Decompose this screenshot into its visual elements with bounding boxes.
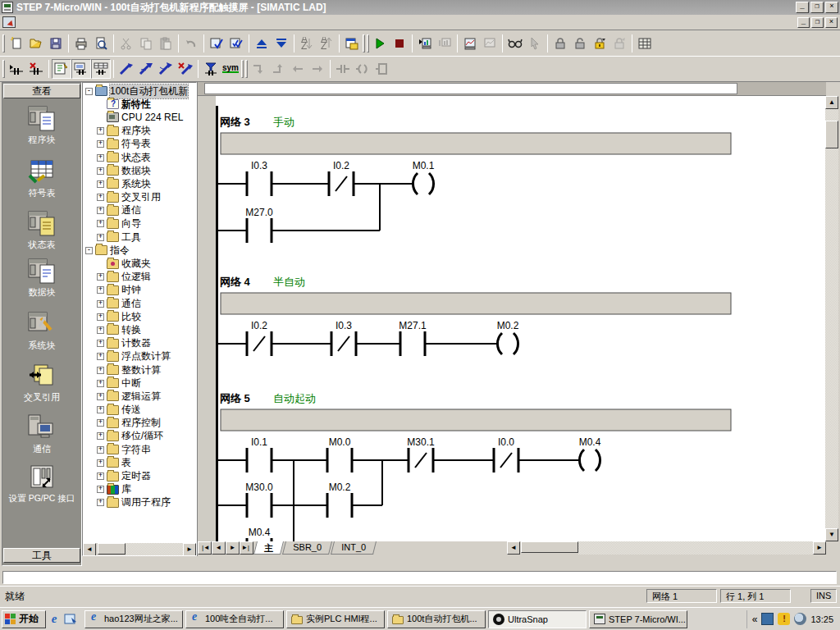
mdi-minimize-button[interactable]: _ xyxy=(797,17,810,28)
goto-up-button[interactable] xyxy=(268,59,288,79)
pause-chart-status-button[interactable] xyxy=(480,34,500,53)
tree-item[interactable]: + 交叉引用 xyxy=(85,191,196,204)
goto-down-button[interactable] xyxy=(249,59,268,79)
print-preview-button[interactable] xyxy=(91,34,111,53)
tree-item[interactable]: + 工具 xyxy=(85,231,196,244)
network-name[interactable]: 自动起动 xyxy=(273,392,316,404)
lock-button[interactable] xyxy=(550,34,570,53)
sidebar-item-system-block[interactable]: 系统块 xyxy=(2,310,81,352)
operand-label[interactable]: I0.1 xyxy=(251,436,267,448)
operand-label[interactable]: I0.2 xyxy=(251,320,267,331)
tree-expand-box[interactable]: + xyxy=(97,393,104,400)
sidebar-item-set-pg-pc[interactable]: 设置 PG/PC 接口 xyxy=(2,463,81,504)
close-button[interactable]: × xyxy=(825,2,838,13)
network-comment-box[interactable] xyxy=(221,293,731,314)
tab-main[interactable]: 主 xyxy=(253,541,284,555)
tree-expand-box[interactable]: + xyxy=(97,154,104,162)
download-button[interactable] xyxy=(272,34,291,53)
tab-scroll-last[interactable]: ►| xyxy=(240,541,253,555)
tree-expand-box[interactable]: + xyxy=(97,313,104,321)
tree-expand-box[interactable]: + xyxy=(97,472,104,480)
goto-left-button[interactable] xyxy=(288,59,308,79)
menu-item[interactable] xyxy=(19,21,30,24)
contact-element-button[interactable] xyxy=(333,59,353,79)
network-filter-button[interactable] xyxy=(201,59,221,79)
taskbar-window-button[interactable]: UltraSnap xyxy=(488,610,587,628)
tools-bar-header[interactable]: 工具 xyxy=(3,548,80,563)
operand-label[interactable]: M0.0 xyxy=(329,436,351,448)
tree-expand-box[interactable]: + xyxy=(97,459,104,467)
ladder-canvas[interactable]: 网络 3 手动 I0.3 I0.2 M0.1 M27.0 网络 4 半自动 xyxy=(198,96,826,541)
tab-scroll-next[interactable]: ► xyxy=(226,541,240,555)
tree-item[interactable]: + 时钟 xyxy=(85,284,196,297)
tree-item[interactable]: 收藏夹 xyxy=(85,257,196,270)
editor-horizontal-scrollbar[interactable]: ◄ ► xyxy=(507,541,826,555)
tree-expand-box[interactable]: + xyxy=(97,406,104,413)
delete-network-button[interactable] xyxy=(26,59,46,79)
operand-label[interactable]: M0.2 xyxy=(329,482,351,493)
operand-label[interactable]: M27.0 xyxy=(245,207,273,218)
browser-shortcut-icon[interactable] xyxy=(62,611,79,628)
menu-item[interactable] xyxy=(53,21,65,24)
tree-expand-box[interactable]: + xyxy=(97,432,104,440)
save-button[interactable] xyxy=(46,34,66,53)
scroll-left-arrow[interactable]: ◄ xyxy=(83,543,96,556)
sort-ascending-button[interactable]: AZ xyxy=(297,34,317,53)
options-button[interactable] xyxy=(342,34,362,53)
tree-item[interactable]: + 符号表 xyxy=(85,138,196,151)
tree-expand-box[interactable]: + xyxy=(97,367,104,374)
tree-expand-box[interactable]: - xyxy=(85,88,93,95)
menu-item[interactable] xyxy=(99,21,111,24)
compile-all-button[interactable] xyxy=(226,34,246,53)
network-name[interactable]: 手动 xyxy=(273,116,294,128)
mdi-close-button[interactable]: × xyxy=(825,17,838,28)
sidebar-item-symbol-table[interactable]: 符号表 xyxy=(2,158,81,199)
minimize-button[interactable]: _ xyxy=(796,2,809,13)
tree-expand-box[interactable]: + xyxy=(97,300,104,308)
tab-scroll-first[interactable]: |◄ xyxy=(198,541,212,555)
taskbar-window-button[interactable]: hao123网址之家... xyxy=(84,610,183,628)
tree-item[interactable]: + 位逻辑 xyxy=(85,271,196,284)
scroll-down-arrow[interactable]: ▼ xyxy=(825,528,838,541)
scroll-up-arrow[interactable]: ▲ xyxy=(825,96,838,109)
taskbar-window-button[interactable]: STEP 7-Micro/WI... xyxy=(589,610,687,628)
tree-expand-box[interactable]: + xyxy=(97,380,104,387)
tree-item[interactable]: + 状态表 xyxy=(85,151,196,164)
sidebar-item-status-chart[interactable]: 状态表 xyxy=(2,209,81,251)
security-shield-icon[interactable]: ! xyxy=(778,613,790,625)
tree-item[interactable]: + 表 xyxy=(85,456,196,469)
tree-item[interactable]: + 通信 xyxy=(85,297,196,310)
tree-item[interactable]: + 程序控制 xyxy=(85,417,196,430)
tab-sbr0[interactable]: SBR_0 xyxy=(282,541,332,555)
delete-branch-button[interactable] xyxy=(176,59,195,79)
tree-item[interactable]: - 100t自动打包机新 xyxy=(85,84,196,98)
view-bar-header[interactable]: 查看 xyxy=(3,84,80,98)
tree-item[interactable]: + 计数器 xyxy=(85,337,196,350)
tree-item[interactable]: + 系统块 xyxy=(85,177,196,190)
monitor-glasses-button[interactable] xyxy=(505,34,525,53)
sidebar-item-program-block[interactable]: 程序块 xyxy=(2,104,81,146)
scroll-left-arrow[interactable]: ◄ xyxy=(507,541,520,555)
operand-label[interactable]: M30.0 xyxy=(245,482,273,493)
restore-button[interactable]: ❐ xyxy=(810,2,824,13)
sidebar-item-communications[interactable]: 通信 xyxy=(2,413,81,455)
insert-network-button[interactable] xyxy=(7,59,26,79)
operand-label[interactable]: M27.1 xyxy=(399,320,427,331)
undo-button[interactable] xyxy=(181,34,201,53)
program-status-button[interactable] xyxy=(415,34,435,53)
network-comment-box[interactable] xyxy=(221,409,731,431)
scroll-right-arrow[interactable]: ► xyxy=(183,543,196,556)
view-component-1-button[interactable] xyxy=(52,59,71,79)
tree-expand-box[interactable]: + xyxy=(97,340,104,347)
editor-vertical-scrollbar[interactable]: ▲ ▼ xyxy=(825,96,838,541)
tree-item[interactable]: + 整数计算 xyxy=(85,363,196,377)
operand-label[interactable]: I0.0 xyxy=(498,436,514,448)
menu-item[interactable] xyxy=(42,21,53,24)
tree-expand-box[interactable]: + xyxy=(97,419,104,427)
toolbar-grip[interactable] xyxy=(2,60,5,78)
tree-expand-box[interactable]: + xyxy=(97,234,104,241)
menu-item[interactable] xyxy=(30,21,42,24)
tree-item[interactable]: + 调用子程序 xyxy=(85,496,196,509)
mdi-document-icon[interactable] xyxy=(2,16,16,28)
tree-item[interactable]: + 移位/循环 xyxy=(85,430,196,443)
